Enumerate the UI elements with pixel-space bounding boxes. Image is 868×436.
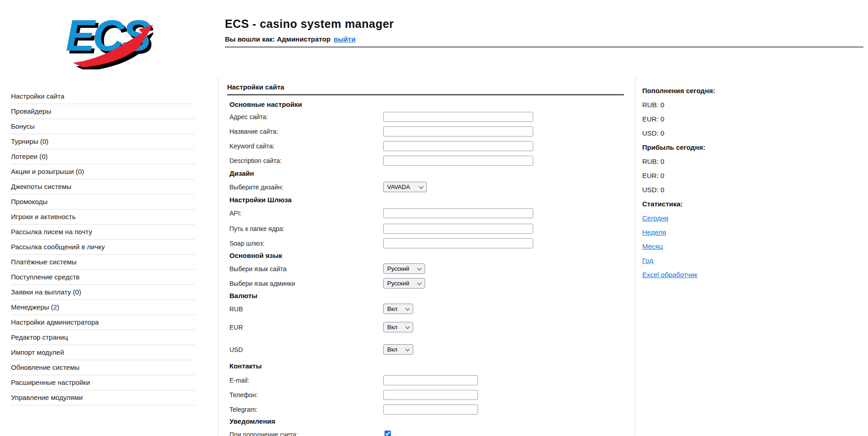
deposits-eur-value: EUR: 0 (642, 115, 664, 123)
field-label: Телефон: (229, 390, 258, 400)
sidebar-item-pm-mailing[interactable]: Рассылка сообщений в личку (11, 242, 195, 255)
stats-link-excel[interactable]: Excel обработчик (642, 271, 697, 278)
field-label: Выберите дизайн: (229, 182, 283, 192)
sidebar-item-system-update[interactable]: Обновление системы (11, 363, 195, 375)
stats-link-week[interactable]: Неделя (642, 228, 666, 236)
form-row-site-name: Название сайта: (229, 126, 558, 137)
form-row-soap-gateway: Soap шлюз: (229, 238, 558, 248)
form-row-admin-language: Выбери язык админки Русский (229, 278, 558, 289)
field-label: E-mail: (229, 375, 249, 385)
field-label: Название сайта: (229, 126, 278, 137)
telegram-input[interactable] (383, 404, 478, 415)
deposit-notification-checkbox[interactable] (385, 431, 391, 436)
admin-language-select[interactable]: Русский (383, 278, 425, 289)
field-label: Description сайта: (229, 156, 281, 166)
form-row-eur: EUR Вкл (229, 322, 558, 332)
form-section-design: Дизайн (229, 169, 254, 177)
form-row-deposit-notification: При пополнение счета: (229, 430, 558, 436)
eur-select[interactable]: Вкл (383, 322, 413, 332)
sidebar-item-admin-settings[interactable]: Настройки администратора (11, 318, 195, 330)
stats-link-year[interactable]: Год (642, 257, 653, 264)
site-description-input[interactable] (383, 156, 533, 166)
form-section-currencies: Валюты (229, 292, 257, 299)
form-row-telegram: Telegram: (229, 404, 558, 415)
form-section-notifications: Уведомления (229, 417, 275, 425)
deposits-usd-value: USD: 0 (642, 129, 664, 137)
field-label: EUR (229, 322, 243, 332)
rub-select[interactable]: Вкл (383, 304, 413, 314)
sidebar-item-lotteries[interactable]: Лотереи (0) (11, 152, 195, 164)
main-stats-separator (635, 78, 635, 436)
site-keyword-input[interactable] (383, 141, 533, 151)
sidebar-item-bonuses[interactable]: Бонусы (11, 122, 195, 134)
sidebar-item-page-editor[interactable]: Редактор страниц (11, 333, 195, 345)
login-status: Вы вошли как: Администраторвыйти (225, 35, 355, 43)
rub-select-wrap: Вкл (383, 304, 413, 314)
field-label: API: (229, 208, 241, 218)
form-row-site-language: Выбери язык сайта Русский (229, 263, 558, 274)
field-label: Soap шлюз: (229, 238, 265, 248)
sidebar-item-payment-systems[interactable]: Платёжные системы (11, 257, 195, 270)
email-input[interactable] (383, 375, 478, 385)
usd-select-wrap: Вкл (383, 344, 413, 355)
stats-link-today[interactable]: Сегодня (642, 214, 669, 222)
section-title-divider (227, 94, 624, 95)
site-name-input[interactable] (383, 126, 533, 137)
form-row-email: E-mail: (229, 375, 558, 385)
form-section-general: Основные настройки (229, 100, 302, 108)
sidebar-item-payout-requests[interactable]: Заявки на выплату (0) (11, 288, 195, 300)
profit-usd-value: USD: 0 (642, 186, 664, 194)
field-label: Keyword сайта: (229, 141, 275, 151)
site-language-select[interactable]: Русский (383, 263, 425, 274)
sidebar-item-tournaments[interactable]: Турниры (0) (11, 137, 195, 149)
field-label: Адрес сайта: (229, 112, 268, 122)
core-folder-input[interactable] (383, 224, 533, 234)
api-input[interactable] (383, 208, 533, 218)
site-address-input[interactable] (383, 112, 533, 122)
field-label: Выбери язык админки (229, 278, 295, 289)
sidebar-item-email-mailing[interactable]: Рассылка писем на почту (11, 227, 195, 240)
sidebar-item-site-settings[interactable]: Настройки сайта (11, 92, 195, 104)
form-row-site-description: Description сайта: (229, 156, 558, 166)
form-section-contacts: Контакты (229, 362, 262, 370)
sidebar-item-incoming-funds[interactable]: Поступление средств (11, 273, 195, 285)
field-label: Путь к папке ядра: (229, 224, 285, 234)
header-divider (225, 47, 863, 47)
sidebar-item-providers[interactable]: Провайдеры (11, 107, 195, 119)
sidebar-item-managers[interactable]: Менеджеры (2) (11, 303, 195, 315)
sidebar-item-promocodes[interactable]: Промокоды (11, 197, 195, 210)
form-row-rub: RUB Вкл (229, 304, 558, 314)
field-label: Выбери язык сайта (229, 263, 286, 274)
section-title: Настройки сайта (227, 83, 284, 91)
sidebar-item-jackpots[interactable]: Джекпоты системы (11, 182, 195, 194)
phone-input[interactable] (383, 390, 478, 400)
logout-link[interactable]: выйти (334, 35, 356, 43)
sidebar-item-advanced-settings[interactable]: Расширенные настройки (11, 378, 195, 390)
design-select[interactable]: VAVADA (383, 182, 427, 192)
statistics-title: Статистика: (642, 200, 683, 208)
login-status-text: Вы вошли как: Администратор (225, 35, 331, 43)
sidebar-item-players-activity[interactable]: Игроки и активность (11, 212, 195, 225)
admin-page: ECS ECS ECS - casino system manager Вы в… (0, 0, 868, 436)
sidebar-item-module-management[interactable]: Управление модулями (11, 393, 195, 405)
deposits-today-title: Пополнения сегодня: (642, 87, 715, 95)
form-row-api: API: (229, 208, 558, 218)
page-title: ECS - casino system manager (225, 17, 394, 31)
form-row-phone: Телефон: (229, 390, 558, 400)
sidebar-menu: Настройки сайта Провайдеры Бонусы Турнир… (11, 92, 195, 408)
deposits-rub-value: RUB: 0 (642, 101, 664, 109)
eur-select-wrap: Вкл (383, 322, 413, 332)
soap-gateway-input[interactable] (383, 238, 533, 248)
design-select-wrap: VAVADA (383, 182, 427, 192)
stats-link-month[interactable]: Месяц (642, 242, 663, 250)
form-section-gateway: Настройки Шлюза (229, 196, 291, 204)
field-label: USD (229, 344, 243, 355)
sidebar-item-module-import[interactable]: Импорт модулей (11, 348, 195, 360)
usd-select[interactable]: Вкл (383, 344, 413, 355)
form-section-language: Основной язык (229, 252, 282, 259)
profit-eur-value: EUR: 0 (642, 172, 664, 179)
form-row-site-address: Адрес сайта: (229, 112, 558, 122)
sidebar-main-separator (218, 78, 218, 436)
admin-language-select-wrap: Русский (383, 278, 425, 289)
sidebar-item-promotions[interactable]: Акции и розыгрыши (0) (11, 167, 195, 179)
